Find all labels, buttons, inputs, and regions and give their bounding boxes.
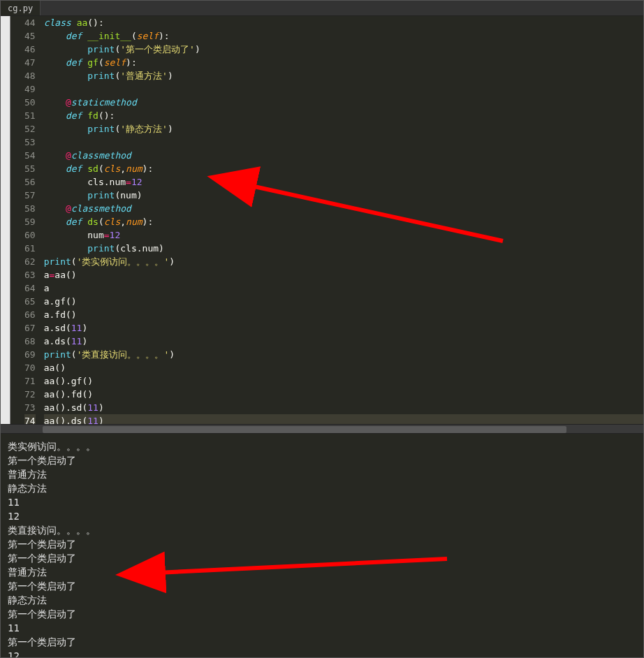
line-number: 63 <box>24 268 36 282</box>
line-number: 46 <box>24 43 36 56</box>
console-output-line: 静态方法 <box>8 593 636 607</box>
scrollbar-thumb[interactable] <box>43 426 566 433</box>
line-number: 74 <box>24 414 36 424</box>
code-line[interactable]: a.ds(11) <box>44 335 643 348</box>
line-number: 64 <box>24 282 36 295</box>
code-line[interactable]: aa() <box>44 361 643 374</box>
line-number: 58 <box>24 202 36 215</box>
code-line[interactable]: print('类直接访问。。。。') <box>44 348 643 361</box>
code-line[interactable]: def fd(): <box>44 109 643 122</box>
console-output-line: 类直接访问。。。。 <box>8 523 636 537</box>
code-line[interactable]: a.gf() <box>44 295 643 308</box>
code-line[interactable]: aa().fd() <box>44 388 643 401</box>
output-console[interactable]: 类实例访问。。。。第一个类启动了普通方法静态方法1112类直接访问。。。。第一个… <box>1 434 643 657</box>
console-output-line: 11 <box>8 495 636 509</box>
line-number-gutter: 4445464748495051525354555657585960616263… <box>10 16 44 424</box>
code-line[interactable]: aa().sd(11) <box>44 401 643 414</box>
console-output-line: 类实例访问。。。。 <box>8 439 636 453</box>
line-number: 71 <box>24 374 36 388</box>
code-editor[interactable]: class aa(): def __init__(self): print('第… <box>44 16 643 424</box>
line-number: 61 <box>24 242 36 255</box>
file-tab[interactable]: cg.py <box>1 1 41 15</box>
line-number: 49 <box>24 82 36 96</box>
console-output-line: 第一个类启动了 <box>8 551 636 565</box>
line-number: 50 <box>24 96 36 109</box>
line-number: 72 <box>24 388 36 401</box>
console-output-line: 第一个类启动了 <box>8 635 636 649</box>
code-line[interactable]: class aa(): <box>44 16 643 29</box>
console-output-line: 12 <box>8 649 636 657</box>
editor-area: 4445464748495051525354555657585960616263… <box>1 16 643 424</box>
line-number: 52 <box>24 122 36 136</box>
line-number: 59 <box>24 215 36 228</box>
line-number: 55 <box>24 162 36 175</box>
code-line[interactable]: @staticmethod <box>44 96 643 109</box>
editor-window: cg.py 4445464748495051525354555657585960… <box>0 0 644 658</box>
code-line[interactable]: a=aa() <box>44 268 643 282</box>
code-line[interactable]: a.sd(11) <box>44 321 643 335</box>
code-line[interactable]: @classmethod <box>44 149 643 162</box>
line-number: 68 <box>24 335 36 348</box>
console-output-line: 11 <box>8 621 636 635</box>
line-number: 66 <box>24 308 36 321</box>
code-line[interactable]: print('类实例访问。。。。') <box>44 255 643 268</box>
console-output-line: 第一个类启动了 <box>8 453 636 467</box>
code-line[interactable]: aa().gf() <box>44 374 643 388</box>
code-line[interactable] <box>44 136 643 149</box>
code-line[interactable]: aa().ds(11) <box>44 414 643 424</box>
line-number: 51 <box>24 109 36 122</box>
line-number: 57 <box>24 189 36 202</box>
line-number: 54 <box>24 149 36 162</box>
code-line[interactable]: a.fd() <box>44 308 643 321</box>
console-output-line: 12 <box>8 509 636 523</box>
code-line[interactable]: a <box>44 282 643 295</box>
console-output-line: 第一个类启动了 <box>8 579 636 593</box>
code-line[interactable]: print('普通方法') <box>44 69 643 82</box>
code-line[interactable] <box>44 82 643 96</box>
line-number: 62 <box>24 255 36 268</box>
code-line[interactable]: def gf(self): <box>44 56 643 69</box>
code-line[interactable]: cls.num=12 <box>44 175 643 189</box>
code-line[interactable]: print('静态方法') <box>44 122 643 136</box>
code-line[interactable]: print(cls.num) <box>44 242 643 255</box>
console-output-line: 第一个类启动了 <box>8 607 636 621</box>
console-output-line: 普通方法 <box>8 565 636 579</box>
horizontal-scrollbar[interactable] <box>1 424 643 434</box>
code-line[interactable]: def sd(cls,num): <box>44 162 643 175</box>
code-line[interactable]: num=12 <box>44 228 643 242</box>
line-number: 44 <box>24 16 36 29</box>
code-line[interactable]: print(num) <box>44 189 643 202</box>
line-number: 65 <box>24 295 36 308</box>
console-output-line: 普通方法 <box>8 467 636 481</box>
line-number: 45 <box>24 29 36 43</box>
line-number: 56 <box>24 175 36 189</box>
code-line[interactable]: def ds(cls,num): <box>44 215 643 228</box>
code-line[interactable]: def __init__(self): <box>44 29 643 43</box>
line-number: 60 <box>24 228 36 242</box>
tab-label: cg.py <box>8 3 33 13</box>
line-number: 67 <box>24 321 36 335</box>
code-line[interactable]: print('第一个类启动了') <box>44 43 643 56</box>
line-number: 69 <box>24 348 36 361</box>
line-number: 48 <box>24 69 36 82</box>
console-output-line: 静态方法 <box>8 481 636 495</box>
line-number: 53 <box>24 136 36 149</box>
code-line[interactable]: @classmethod <box>44 202 643 215</box>
line-number: 73 <box>24 401 36 414</box>
line-number: 70 <box>24 361 36 374</box>
left-margin-strip <box>1 16 10 424</box>
line-number: 47 <box>24 56 36 69</box>
console-output-line: 第一个类启动了 <box>8 537 636 551</box>
tab-bar: cg.py <box>1 1 643 16</box>
